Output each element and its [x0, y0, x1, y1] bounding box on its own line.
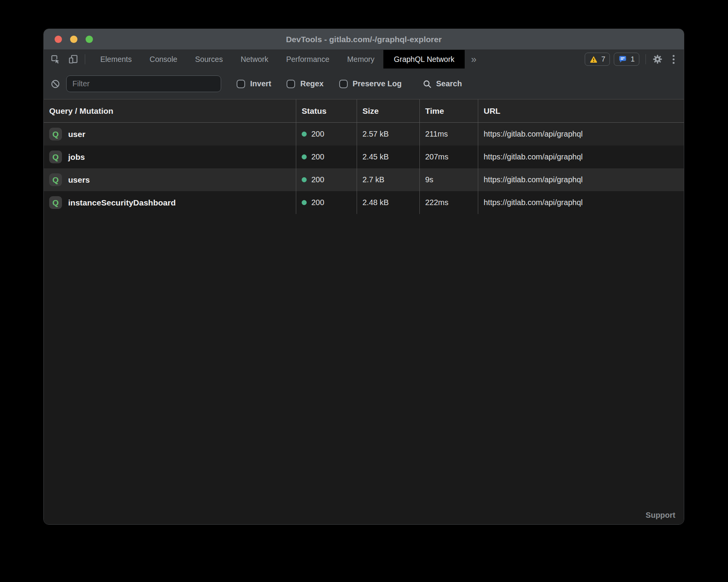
- query-name: users: [68, 175, 90, 185]
- status-cell: 200: [296, 191, 357, 214]
- preserve-log-label: Preserve Log: [353, 79, 402, 88]
- status-code: 200: [311, 152, 324, 161]
- column-header-size[interactable]: Size: [357, 99, 419, 123]
- column-header-time[interactable]: Time: [419, 99, 478, 123]
- devtools-tabbar: Elements Console Sources Network Perform…: [44, 50, 684, 68]
- status-code: 200: [311, 175, 324, 184]
- time-cell: 9s: [419, 168, 478, 191]
- kebab-menu-icon[interactable]: [668, 55, 678, 64]
- warnings-button[interactable]: 7: [585, 53, 610, 66]
- preserve-log-checkbox[interactable]: [339, 80, 348, 88]
- time-cell: 222ms: [419, 191, 478, 214]
- more-tabs-chevron-icon[interactable]: »: [465, 51, 482, 68]
- query-type-badge: Q: [49, 128, 62, 140]
- table-header: Query / Mutation Status Size Time URL: [44, 99, 684, 123]
- tab-elements[interactable]: Elements: [91, 50, 141, 68]
- tab-sources[interactable]: Sources: [186, 50, 232, 68]
- settings-gear-icon[interactable]: [652, 54, 663, 65]
- status-cell: 200: [296, 123, 357, 146]
- tab-performance[interactable]: Performance: [277, 50, 338, 68]
- regex-checkbox-group[interactable]: Regex: [287, 79, 323, 88]
- filter-input[interactable]: [66, 75, 221, 92]
- support-link[interactable]: Support: [646, 511, 675, 520]
- message-icon: [618, 55, 627, 63]
- invert-checkbox-group[interactable]: Invert: [237, 79, 271, 88]
- query-type-badge: Q: [49, 196, 62, 209]
- tab-graphql-network[interactable]: GraphQL Network: [383, 50, 465, 68]
- query-type-badge: Q: [49, 151, 62, 163]
- warning-count: 7: [601, 55, 606, 63]
- url-cell: https://gitlab.com/api/graphql: [478, 146, 684, 168]
- status-code: 200: [311, 198, 324, 207]
- issues-button[interactable]: 1: [614, 53, 639, 66]
- device-toolbar-icon[interactable]: [68, 54, 79, 65]
- tab-console[interactable]: Console: [141, 50, 186, 68]
- time-cell: 211ms: [419, 123, 478, 146]
- status-ok-dot: [302, 177, 307, 182]
- size-cell: 2.48 kB: [357, 191, 419, 214]
- issues-count: 1: [630, 55, 635, 63]
- requests-panel: Query / Mutation Status Size Time URL Q …: [44, 99, 684, 525]
- table-row-users[interactable]: Q users 200 2.7 kB 9s https://gitlab.com…: [44, 168, 684, 191]
- tab-network[interactable]: Network: [232, 50, 277, 68]
- size-cell: 2.7 kB: [357, 168, 419, 191]
- filter-toolbar: Invert Regex Preserve Log Search: [44, 68, 684, 99]
- table-row-user[interactable]: Q user 200 2.57 kB 211ms https://gitlab.…: [44, 123, 684, 146]
- inspect-element-icon[interactable]: [50, 54, 61, 65]
- tabbar-divider: [85, 54, 85, 64]
- search-button[interactable]: Search: [422, 79, 462, 89]
- url-cell: https://gitlab.com/api/graphql: [478, 123, 684, 146]
- tabbar-right-controls: 7 1: [581, 53, 678, 66]
- column-header-status[interactable]: Status: [296, 99, 357, 123]
- size-cell: 2.57 kB: [357, 123, 419, 146]
- status-code: 200: [311, 130, 324, 139]
- status-cell: 200: [296, 146, 357, 168]
- url-cell: https://gitlab.com/api/graphql: [478, 191, 684, 214]
- status-cell: 200: [296, 168, 357, 191]
- table-row-instance-security-dashboard[interactable]: Q instanceSecurityDashboard 200 2.48 kB …: [44, 191, 684, 214]
- url-cell: https://gitlab.com/api/graphql: [478, 168, 684, 191]
- invert-checkbox[interactable]: [237, 80, 245, 88]
- clear-filter-icon[interactable]: [50, 79, 61, 89]
- query-cell: Q jobs: [44, 146, 296, 168]
- query-cell: Q users: [44, 168, 296, 191]
- query-type-badge: Q: [49, 173, 62, 186]
- search-icon: [422, 79, 432, 89]
- window-title: DevTools - gitlab.com/-/graphql-explorer: [44, 29, 684, 50]
- regex-checkbox[interactable]: [287, 80, 295, 88]
- size-cell: 2.45 kB: [357, 146, 419, 168]
- time-cell: 207ms: [419, 146, 478, 168]
- search-label: Search: [436, 79, 462, 88]
- query-name: instanceSecurityDashboard: [68, 198, 176, 207]
- query-cell: Q user: [44, 123, 296, 146]
- table-row-jobs[interactable]: Q jobs 200 2.45 kB 207ms https://gitlab.…: [44, 146, 684, 168]
- query-name: jobs: [68, 152, 85, 162]
- status-ok-dot: [302, 132, 307, 137]
- titlebar: DevTools - gitlab.com/-/graphql-explorer: [44, 29, 684, 50]
- query-name: user: [68, 130, 85, 139]
- column-header-query-mutation[interactable]: Query / Mutation: [44, 99, 296, 123]
- tab-memory[interactable]: Memory: [338, 50, 383, 68]
- query-cell: Q instanceSecurityDashboard: [44, 191, 296, 214]
- status-ok-dot: [302, 200, 307, 205]
- column-header-url[interactable]: URL: [478, 99, 684, 123]
- invert-label: Invert: [250, 79, 271, 88]
- controls-divider: [646, 54, 646, 64]
- warning-icon: [589, 55, 598, 63]
- preserve-log-checkbox-group[interactable]: Preserve Log: [339, 79, 402, 88]
- regex-label: Regex: [300, 79, 323, 88]
- status-ok-dot: [302, 154, 307, 159]
- devtools-window: DevTools - gitlab.com/-/graphql-explorer…: [43, 29, 684, 525]
